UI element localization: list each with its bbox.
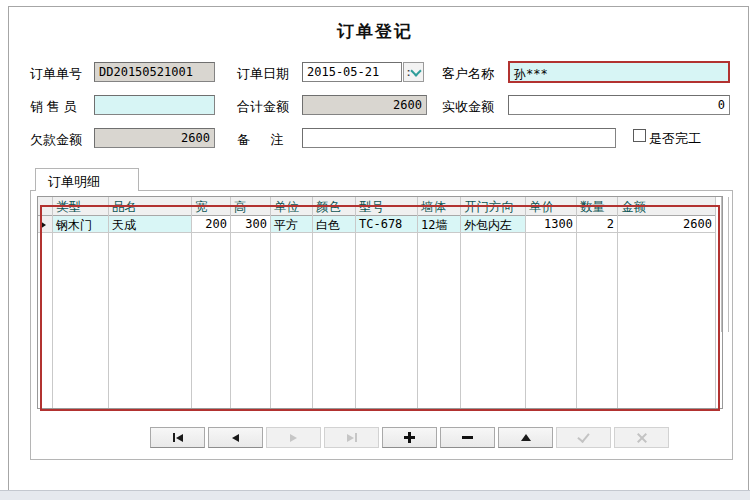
grid-cell[interactable]: 200 [192, 216, 230, 233]
grid-cell[interactable]: 2600 [618, 216, 715, 233]
grid-column-model: 型号 TC-678 [356, 197, 418, 408]
grid-cell[interactable]: TC-678 [356, 216, 417, 233]
finished-checkbox-label: 是否完工 [649, 130, 701, 148]
grid-column-quantity: 数量 2 [577, 197, 618, 408]
check-icon [577, 430, 589, 443]
column-header: 墙体 [418, 197, 460, 216]
remark-field[interactable] [302, 128, 616, 148]
total-amount-label: 合计金额 [237, 98, 289, 116]
grid-column-unit: 单位 平方 [271, 197, 313, 408]
customer-label: 客户名称 [442, 65, 494, 83]
colon-glyph: : [407, 67, 411, 78]
column-header: 单位 [271, 197, 312, 216]
tab-order-detail[interactable]: 订单明细 [35, 168, 139, 191]
grid-column-door-direction: 开门方向 外包内左 [461, 197, 526, 408]
customer-field[interactable]: 孙*** [508, 61, 730, 83]
column-header: 数量 [577, 197, 617, 216]
column-header: 宽 [192, 197, 230, 216]
remark-label: 备 注 [237, 131, 283, 149]
grid-cell[interactable]: 300 [231, 216, 270, 233]
order-detail-grid: 类型 钢木门 品名 天成 宽 200 高 300 单位 平方 颜色 白色 型号 … [37, 196, 723, 409]
nav-post-button [556, 427, 611, 448]
nav-first-button[interactable] [150, 427, 205, 448]
nav-next-button [266, 427, 321, 448]
next-record-icon [290, 434, 297, 442]
grid-indicator-column [38, 197, 53, 408]
nav-insert-button[interactable] [382, 427, 437, 448]
first-record-icon [176, 434, 183, 442]
column-header: 颜色 [313, 197, 355, 216]
debt-amount-label: 欠款金额 [30, 131, 82, 149]
grid-scrollbar-gutter[interactable] [716, 197, 722, 408]
order-date-label: 订单日期 [237, 65, 289, 83]
minus-icon [462, 436, 473, 439]
grid-cell[interactable]: 天成 [109, 216, 191, 233]
grid-cell[interactable]: 白色 [313, 216, 355, 233]
received-amount-label: 实收金额 [442, 98, 494, 116]
grid-column-height: 高 300 [231, 197, 271, 408]
cross-icon [637, 433, 647, 443]
nav-delete-button[interactable] [440, 427, 495, 448]
order-no-label: 订单单号 [30, 65, 82, 83]
total-amount-field: 2600 [302, 95, 427, 115]
grid-cell[interactable]: 2 [577, 216, 617, 233]
column-header: 开门方向 [461, 197, 525, 216]
finished-checkbox[interactable] [633, 129, 646, 142]
order-date-dropdown-button[interactable]: : [403, 62, 424, 82]
last-record-icon [347, 434, 354, 442]
column-header: 型号 [356, 197, 417, 216]
grid-cell[interactable]: 平方 [271, 216, 312, 233]
order-registration-window: 订单登记 订单单号 DD20150521001 订单日期 2015-05-21 … [0, 0, 750, 500]
salesman-label: 销 售 员 [30, 98, 76, 116]
order-no-field: DD20150521001 [94, 62, 215, 82]
column-header: 金额 [618, 197, 715, 216]
window-bottom-edge [0, 490, 750, 500]
debt-amount-field: 2600 [94, 128, 215, 148]
row-arrow-icon [40, 221, 46, 229]
received-amount-field[interactable]: 0 [508, 95, 730, 115]
order-date-field[interactable]: 2015-05-21 [302, 62, 402, 82]
chevron-down-icon [411, 65, 422, 76]
salesman-field[interactable] [94, 95, 215, 115]
grid-cell[interactable]: 12墙 [418, 216, 460, 233]
nav-prior-button[interactable] [208, 427, 263, 448]
nav-edit-button[interactable] [498, 427, 553, 448]
grid-cell[interactable]: 外包内左 [461, 216, 525, 233]
nav-last-button [324, 427, 379, 448]
grid-column-name: 品名 天成 [109, 197, 192, 408]
prior-record-icon [232, 434, 239, 442]
grid-column-wall: 墙体 12墙 [418, 197, 461, 408]
grid-column-type: 类型 钢木门 [53, 197, 109, 408]
grid-column-unit-price: 单价 1300 [526, 197, 577, 408]
grid-cell[interactable]: 钢木门 [53, 216, 108, 233]
db-navigator [150, 427, 669, 448]
grid-column-color: 颜色 白色 [313, 197, 356, 408]
nav-cancel-button [614, 427, 669, 448]
grid-cell[interactable]: 1300 [526, 216, 576, 233]
edit-icon [521, 434, 531, 441]
page-title: 订单登记 [0, 20, 750, 43]
column-header: 品名 [109, 197, 191, 216]
column-header: 类型 [53, 197, 108, 216]
grid-column-width: 宽 200 [192, 197, 231, 408]
column-header: 单价 [526, 197, 576, 216]
column-header: 高 [231, 197, 270, 216]
plus-icon [404, 432, 415, 443]
current-row-indicator [38, 216, 52, 233]
grid-column-amount: 金额 2600 [618, 197, 716, 408]
